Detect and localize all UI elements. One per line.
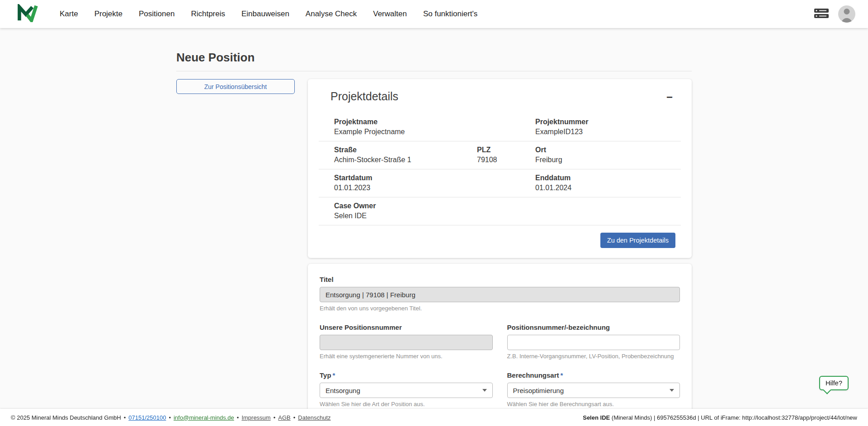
unsere-positionsnummer-input (320, 335, 493, 350)
required-asterisk: * (333, 371, 335, 379)
position-form-card: Titel Erhält den von uns vorgegebenen Ti… (308, 264, 692, 426)
help-button[interactable]: Hilfe? (819, 376, 849, 390)
back-to-positions-button[interactable]: Zur Positionsübersicht (176, 79, 295, 94)
nav-item-analyse-check[interactable]: Analyse Check (306, 9, 357, 19)
berechnungsart-field: Berechnungsart* Preisoptimierung Wählen … (507, 371, 680, 407)
field-ort: Ort Freiburg (535, 146, 676, 164)
collapse-minus-icon[interactable]: − (665, 90, 674, 104)
nav-item-karte[interactable]: Karte (60, 9, 78, 19)
nav-item-einbauweisen[interactable]: Einbauweisen (241, 9, 289, 19)
nav-links: Karte Projekte Positionen Richtpreis Ein… (60, 9, 477, 19)
server-icon (814, 8, 829, 21)
server-button[interactable] (814, 8, 829, 21)
agb-link[interactable]: AGB (278, 414, 290, 421)
typ-label: Typ* (320, 371, 493, 379)
project-details-title: Projektdetails (330, 90, 398, 103)
user-avatar-button[interactable] (838, 5, 855, 23)
unsere-positionsnummer-helper: Erhält eine systemgenerierte Nummer von … (320, 353, 493, 360)
impressum-link[interactable]: Impressum (241, 414, 270, 421)
nav-item-projekte[interactable]: Projekte (94, 9, 123, 19)
field-strasse: Straße Achim-Stocker-Straße 1 (334, 146, 477, 164)
project-details-table: Projektname Example Projectname Projektn… (319, 113, 681, 225)
positionsnummer-helper: Z.B. Interne-Vorgangsnummer, LV-Position… (507, 353, 680, 360)
copyright-text: © 2025 Mineral Minds Deutschland GmbH (11, 414, 121, 421)
phone-link[interactable]: 07151/250100 (128, 414, 166, 421)
email-link[interactable]: info@mineral-minds.de (174, 414, 234, 421)
table-row: Projektname Example Projectname Projektn… (319, 113, 681, 141)
typ-select-value: Entsorgung (326, 387, 360, 394)
nav-item-richtpreis[interactable]: Richtpreis (191, 9, 225, 19)
project-details-button[interactable]: Zu den Projektdetails (600, 233, 675, 248)
field-case-owner: Case Owner Selen IDE (334, 202, 676, 220)
positionsnummer-input[interactable] (507, 335, 680, 350)
typ-helper: Wählen Sie hier die Art der Position aus… (320, 401, 493, 407)
mineral-minds-logo-icon (17, 4, 38, 24)
session-details: (Mineral Minds) | 69576255536d | URL of … (610, 414, 857, 421)
positionsnummer-field: Positionsnummer/-bezeichnung Z.B. Intern… (507, 323, 680, 360)
table-row: Case Owner Selen IDE (319, 197, 681, 225)
footer-session-info: Selen IDE (Mineral Minds) | 69576255536d… (583, 414, 857, 421)
berechnungsart-select[interactable]: Preisoptimierung (507, 383, 680, 398)
typ-select[interactable]: Entsorgung (320, 383, 493, 398)
field-projektnummer: Projektnummer ExampleID123 (535, 118, 676, 136)
footer-left: © 2025 Mineral Minds Deutschland GmbH • … (11, 414, 331, 421)
titel-helper: Erhält den von uns vorgegebenen Titel. (320, 305, 680, 312)
field-enddatum: Enddatum 01.01.2024 (535, 174, 676, 192)
field-projektname: Projektname Example Projectname (334, 118, 535, 136)
required-asterisk: * (561, 371, 563, 379)
table-row: Startdatum 01.01.2023 Enddatum 01.01.202… (319, 169, 681, 197)
datenschutz-link[interactable]: Datenschutz (298, 414, 330, 421)
berechnungsart-select-value: Preisoptimierung (513, 387, 564, 394)
field-plz: PLZ 79108 (477, 146, 535, 164)
nav-item-verwalten[interactable]: Verwalten (373, 9, 407, 19)
session-user: Selen IDE (583, 414, 610, 421)
unsere-positionsnummer-label: Unsere Positionsnummer (320, 323, 493, 331)
caret-down-icon (670, 389, 674, 392)
titel-field: Titel Erhält den von uns vorgegebenen Ti… (320, 276, 680, 312)
field-startdatum: Startdatum 01.01.2023 (334, 174, 535, 192)
brand-logo[interactable] (17, 4, 38, 24)
user-avatar-icon (844, 9, 850, 14)
unsere-positionsnummer-field: Unsere Positionsnummer Erhält eine syste… (320, 323, 493, 360)
table-row: Straße Achim-Stocker-Straße 1 PLZ 79108 … (319, 141, 681, 169)
typ-field: Typ* Entsorgung Wählen Sie hier die Art … (320, 371, 493, 407)
project-details-card: Projektdetails − Projektname Example Pro… (308, 79, 692, 258)
top-nav: Karte Projekte Positionen Richtpreis Ein… (0, 0, 868, 28)
positionsnummer-label: Positionsnummer/-bezeichnung (507, 323, 680, 331)
footer: © 2025 Mineral Minds Deutschland GmbH • … (0, 409, 868, 426)
page-title: Neue Position (176, 51, 692, 65)
title-divider (176, 71, 692, 71)
nav-item-so-funktionierts[interactable]: So funktioniert's (423, 9, 477, 19)
left-column: Zur Positionsübersicht (176, 79, 295, 94)
main-content: Neue Position Zur Positionsübersicht Pro… (176, 28, 692, 426)
berechnungsart-label: Berechnungsart* (507, 371, 680, 379)
help-label: Hilfe? (826, 379, 842, 387)
nav-right (814, 5, 855, 23)
titel-input (320, 287, 680, 302)
caret-down-icon (482, 389, 487, 392)
titel-label: Titel (320, 276, 680, 283)
nav-item-positionen[interactable]: Positionen (139, 9, 175, 19)
right-column: Projektdetails − Projektname Example Pro… (308, 79, 692, 426)
berechnungsart-helper: Wählen Sie hier die Berechnungsart aus. (507, 401, 680, 407)
